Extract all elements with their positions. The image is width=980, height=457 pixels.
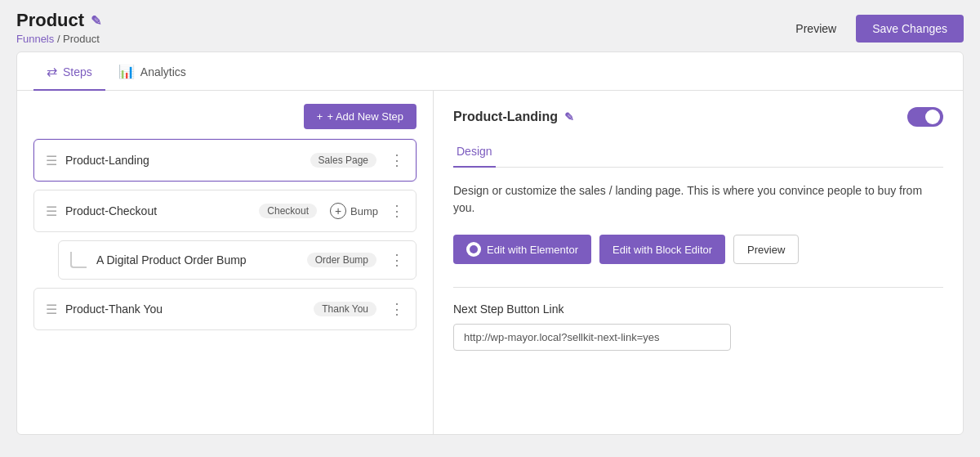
right-panel: Product-Landing ✎ Design Design or custo…	[434, 91, 963, 434]
add-step-row: + + Add New Step	[33, 104, 416, 129]
sub-item-menu-icon[interactable]: ⋮	[390, 251, 404, 269]
step-badge: Thank You	[314, 302, 376, 316]
design-description: Design or customize the sales / landing …	[453, 182, 943, 217]
tab-steps[interactable]: ⇄ Steps	[33, 52, 105, 91]
tabs-bar: ⇄ Steps 📊 Analytics	[17, 52, 963, 91]
sub-tabs: Design	[453, 138, 943, 168]
page-title-edit-icon[interactable]: ✎	[91, 13, 101, 29]
page-title: Product ✎	[16, 10, 101, 31]
right-step-edit-icon[interactable]: ✎	[564, 110, 574, 123]
drag-handle-icon: ☰	[46, 153, 57, 168]
main-card: ⇄ Steps 📊 Analytics + + Add New Step ☰ P…	[16, 52, 964, 435]
edit-with-block-editor-button[interactable]: Edit with Block Editor	[599, 235, 725, 264]
step-toggle[interactable]	[907, 107, 943, 127]
tab-analytics-label: Analytics	[140, 65, 186, 78]
sub-item-order-bump[interactable]: A Digital Product Order Bump Order Bump …	[58, 240, 416, 280]
step-name: Product-Landing	[65, 154, 302, 167]
breadcrumb: Funnels / Product	[16, 33, 101, 45]
right-panel-header: Product-Landing ✎	[453, 107, 943, 127]
tab-analytics[interactable]: 📊 Analytics	[105, 52, 199, 91]
steps-icon: ⇄	[47, 64, 57, 79]
elementor-button-label: Edit with Elementor	[487, 244, 578, 256]
tab-steps-label: Steps	[63, 65, 92, 78]
preview-right-button[interactable]: Preview	[733, 235, 799, 264]
page-title-text: Product	[16, 10, 84, 31]
step-card-product-landing[interactable]: ☰ Product-Landing Sales Page ⋮	[33, 139, 416, 181]
sub-tab-design[interactable]: Design	[453, 138, 496, 168]
sub-item-badge: Order Bump	[307, 253, 376, 267]
left-panel: + + Add New Step ☰ Product-Landing Sales…	[17, 91, 434, 434]
elementor-icon	[466, 242, 481, 257]
add-step-icon: +	[317, 110, 323, 123]
next-step-label: Next Step Button Link	[453, 302, 943, 316]
step-card-product-thank-you[interactable]: ☰ Product-Thank You Thank You ⋮	[33, 288, 416, 330]
sub-connector	[70, 252, 87, 268]
preview-button[interactable]: Preview	[786, 16, 846, 42]
content-area: + + Add New Step ☰ Product-Landing Sales…	[17, 91, 963, 434]
step-menu-icon[interactable]: ⋮	[390, 300, 404, 318]
breadcrumb-current: Product	[63, 33, 100, 45]
step-badge: Sales Page	[310, 153, 376, 168]
circle-plus-icon: +	[330, 203, 346, 219]
drag-handle-icon: ☰	[46, 302, 57, 317]
step-name: Product-Thank You	[65, 302, 305, 316]
next-step-input[interactable]	[453, 324, 731, 351]
editor-buttons: Edit with Elementor Edit with Block Edit…	[453, 235, 943, 264]
divider	[453, 287, 943, 288]
step-name: Product-Checkout	[65, 204, 251, 217]
analytics-icon: 📊	[118, 64, 135, 79]
right-step-title-text: Product-Landing	[453, 110, 558, 124]
sub-item-name: A Digital Product Order Bump	[96, 253, 299, 267]
step-badge: Checkout	[259, 204, 317, 218]
step-title-right: Product-Landing ✎	[453, 110, 574, 124]
drag-handle-icon: ☰	[46, 204, 57, 219]
top-bar-right: Preview Save Changes	[786, 10, 964, 43]
top-bar-left: Product ✎ Funnels / Product	[16, 10, 101, 45]
save-changes-button[interactable]: Save Changes	[856, 15, 964, 43]
bump-label: Bump	[350, 205, 378, 217]
step-menu-icon[interactable]: ⋮	[390, 202, 404, 220]
elementor-icon-inner	[470, 245, 478, 253]
add-new-step-button[interactable]: + + Add New Step	[304, 104, 416, 129]
breadcrumb-funnels-link[interactable]: Funnels	[16, 33, 54, 45]
edit-with-elementor-button[interactable]: Edit with Elementor	[453, 235, 591, 264]
bump-button[interactable]: + Bump	[330, 203, 378, 219]
step-card-product-checkout[interactable]: ☰ Product-Checkout Checkout + Bump ⋮	[33, 190, 416, 232]
step-menu-icon[interactable]: ⋮	[390, 151, 404, 169]
add-step-label: + Add New Step	[327, 110, 403, 123]
top-bar: Product ✎ Funnels / Product Preview Save…	[0, 0, 980, 52]
